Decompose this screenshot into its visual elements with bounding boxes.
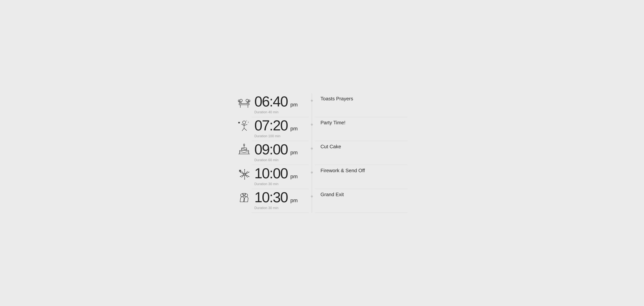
svg-rect-28: [240, 150, 249, 154]
party-icon: ♪ ♫: [236, 117, 252, 135]
time-digits: 09:00: [254, 142, 288, 157]
duration-label: Duration 30 min: [254, 182, 309, 186]
time-ampm: pm: [290, 197, 298, 204]
duration-label: Duration 100 min: [254, 134, 309, 138]
svg-line-5: [240, 102, 241, 103]
duration-label: Duration 60 min: [254, 158, 309, 162]
svg-line-8: [247, 102, 249, 103]
svg-line-16: [244, 125, 247, 125]
timeline-dot: [311, 100, 313, 102]
time-digits: 10:30: [254, 190, 288, 204]
svg-point-42: [244, 179, 245, 180]
toasts-icon: [236, 93, 252, 111]
duration-label: Duration 30 min: [254, 206, 309, 210]
event-title: Party Time!: [320, 120, 345, 126]
svg-point-44: [248, 172, 249, 172]
event-title: Toasts Prayers: [320, 96, 353, 102]
duration-label: Duration 40 min: [254, 110, 309, 114]
svg-point-41: [244, 169, 245, 170]
firework-icon: [236, 165, 252, 182]
timeline-dot: [311, 147, 313, 150]
time-ampm: pm: [290, 174, 298, 180]
timeline-dot: [311, 195, 313, 197]
svg-text:♪: ♪: [248, 121, 249, 124]
svg-point-13: [242, 121, 246, 124]
svg-point-3: [240, 99, 242, 102]
event-title: Grand Exit: [320, 192, 344, 197]
svg-point-45: [240, 176, 241, 177]
timeline-dot: [311, 171, 313, 174]
timeline-row-exit: 10:30pmDuration 30 minGrand Exit: [236, 189, 408, 213]
event-title: Cut Cake: [320, 144, 341, 150]
time-ampm: pm: [290, 126, 298, 132]
timeline-row-party: ♪ ♫ 07:20pmDuration 100 minParty Time!: [236, 117, 408, 141]
timeline-row-toasts: 06:40pmDuration 40 minToasts Prayers: [236, 93, 408, 117]
svg-line-15: [242, 124, 244, 125]
svg-line-18: [244, 128, 246, 131]
svg-line-17: [242, 128, 244, 131]
cake-icon: [236, 141, 252, 159]
svg-point-6: [246, 99, 248, 102]
time-ampm: pm: [290, 102, 298, 108]
svg-text:♫: ♫: [246, 120, 247, 122]
svg-rect-0: [239, 104, 249, 105]
event-title: Firework & Send Off: [320, 168, 365, 174]
time-digits: 06:40: [254, 94, 288, 109]
timeline-row-firework: 10:00pmDuration 30 minFirework & Send Of…: [236, 165, 408, 189]
svg-point-46: [248, 176, 249, 177]
timeline-layout: 06:40pmDuration 40 minToasts Prayers ♪ ♫…: [236, 93, 408, 213]
timeline-row-cake: 09:00pmDuration 60 minCut Cake: [236, 141, 408, 165]
exit-icon: [236, 189, 252, 206]
time-digits: 07:20: [254, 118, 288, 133]
time-digits: 10:00: [254, 166, 288, 181]
time-ampm: pm: [290, 150, 298, 156]
svg-line-52: [240, 198, 241, 202]
timeline-dot: [311, 124, 313, 126]
svg-line-58: [248, 198, 248, 202]
